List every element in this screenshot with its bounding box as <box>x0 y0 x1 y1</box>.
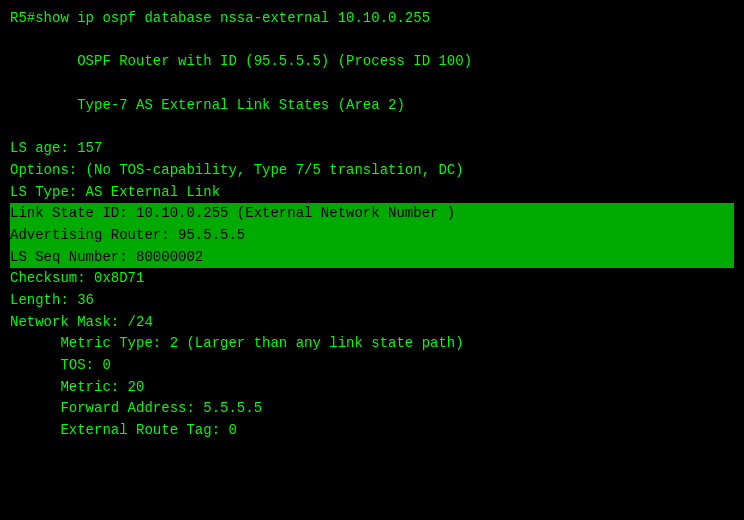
ls-type: LS Type: AS External Link <box>10 182 734 204</box>
ext-route-tag: External Route Tag: 0 <box>10 420 734 442</box>
forward-addr: Forward Address: 5.5.5.5 <box>10 398 734 420</box>
ls-age: LS age: 157 <box>10 138 734 160</box>
blank-line <box>10 30 734 52</box>
ospf-header: OSPF Router with ID (95.5.5.5) (Process … <box>10 51 734 73</box>
terminal-window: R5#show ip ospf database nssa-external 1… <box>0 0 744 520</box>
length: Length: 36 <box>10 290 734 312</box>
tos: TOS: 0 <box>10 355 734 377</box>
checksum: Checksum: 0x8D71 <box>10 268 734 290</box>
type7-header: Type-7 AS External Link States (Area 2) <box>10 95 734 117</box>
blank-line <box>10 116 734 138</box>
cmd: R5#show ip ospf database nssa-external 1… <box>10 8 734 30</box>
metric-type: Metric Type: 2 (Larger than any link sta… <box>10 333 734 355</box>
ls-seq: LS Seq Number: 80000002 <box>10 247 734 269</box>
blank-line <box>10 73 734 95</box>
metric: Metric: 20 <box>10 377 734 399</box>
link-state-id: Link State ID: 10.10.0.255 (External Net… <box>10 203 734 225</box>
options: Options: (No TOS-capability, Type 7/5 tr… <box>10 160 734 182</box>
netmask: Network Mask: /24 <box>10 312 734 334</box>
adv-router: Advertising Router: 95.5.5.5 <box>10 225 734 247</box>
